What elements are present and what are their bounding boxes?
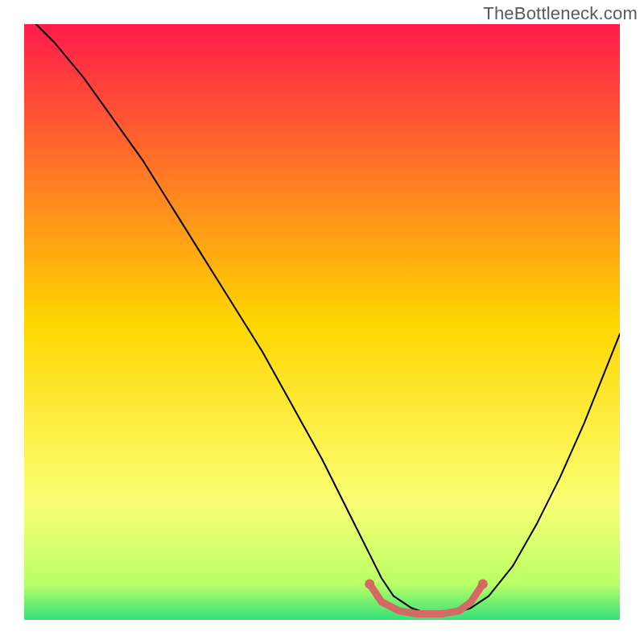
marker-dot-0: [365, 580, 374, 589]
watermark-text: TheBottleneck.com: [483, 3, 638, 24]
marker-dot-1: [478, 580, 488, 589]
plot-area: [24, 24, 620, 620]
gradient-background: [24, 24, 620, 620]
bottleneck-chart: [24, 24, 620, 620]
chart-container: TheBottleneck.com: [0, 0, 644, 644]
